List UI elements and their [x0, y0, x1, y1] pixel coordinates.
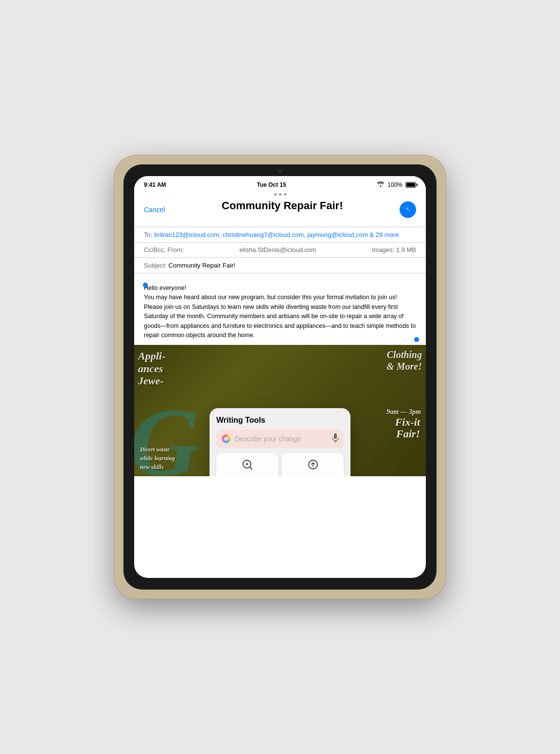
promo-fixit: Fix-itFair!	[395, 416, 420, 440]
rewrite-button[interactable]: Rewrite	[282, 453, 344, 476]
cancel-button[interactable]: Cancel	[144, 206, 165, 214]
images-label: Images: 1.9 MB	[372, 246, 416, 253]
send-arrow-icon: ↑	[403, 205, 412, 214]
rewrite-label: Rewrite	[302, 476, 323, 476]
writing-tools-title: Writing Tools	[216, 416, 344, 425]
battery-icon	[405, 182, 416, 188]
mail-title: Community Repair Fair!	[222, 199, 343, 212]
proofread-icon	[242, 459, 253, 473]
email-body-text: Hello everyone!You may have heard about …	[144, 284, 416, 340]
subject-value: Community Repair Fair!	[169, 262, 235, 269]
proofread-label: Proofread	[233, 476, 261, 476]
ipad-screen-frame: 9:41 AM Tue Oct 15 100%	[123, 164, 437, 590]
describe-change-input[interactable]: Describe your change	[216, 430, 344, 448]
status-date: Tue Oct 15	[257, 181, 286, 188]
subject-label: Subject:	[144, 262, 167, 269]
promo-image: G Appli-ancesJewe- Clothing& More! 9am —…	[134, 345, 426, 476]
main-actions-row: Proofread Rewrite	[216, 453, 344, 476]
to-label: To:	[144, 231, 152, 238]
status-bar: 9:41 AM Tue Oct 15 100%	[134, 176, 426, 191]
send-button[interactable]: ↑	[400, 201, 416, 218]
dots-menu	[134, 191, 426, 199]
camera	[278, 169, 282, 173]
mail-header: Cancel Community Repair Fair! ↑ To: brit…	[134, 199, 426, 279]
writing-tools-panel: Writing Tools Describe your change	[210, 408, 350, 476]
selection-handle-start[interactable]	[143, 283, 148, 287]
mail-subject-row: Subject: Community Repair Fair!	[144, 258, 416, 273]
selection-handle-end[interactable]	[414, 337, 419, 342]
promo-appliances: Appli-ancesJewe-	[138, 350, 165, 387]
mail-cc-row: Cc/Bcc, From: elisha.StDenis@icloud.com …	[144, 242, 416, 257]
promo-divert: Divert wastewhile learningnew skills	[140, 445, 175, 471]
apple-intelligence-icon	[221, 434, 231, 444]
microphone-icon[interactable]	[332, 433, 339, 444]
from-address: elisha.StDenis@icloud.com	[239, 246, 316, 253]
wifi-icon	[377, 181, 385, 188]
status-right: 100%	[377, 181, 416, 188]
svg-rect-0	[334, 433, 337, 439]
rewrite-icon	[307, 459, 319, 473]
promo-clothing: Clothing& More!	[386, 349, 422, 372]
input-placeholder: Describe your change	[235, 435, 328, 443]
screen: 9:41 AM Tue Oct 15 100%	[134, 176, 426, 578]
email-body[interactable]: Hello everyone!You may have heard about …	[134, 279, 426, 345]
cc-label: Cc/Bcc, From:	[144, 246, 184, 253]
ipad-device: 9:41 AM Tue Oct 15 100%	[115, 156, 445, 598]
status-time: 9:41 AM	[144, 181, 166, 188]
mail-to-row: To: britran123@icloud.com, christinehuan…	[144, 227, 416, 242]
proofread-button[interactable]: Proofread	[216, 453, 278, 476]
promo-time: 9am — 3pm	[386, 408, 421, 416]
to-addresses[interactable]: britran123@icloud.com, christinehuang7@i…	[154, 231, 399, 238]
battery-percentage: 100%	[387, 181, 402, 188]
svg-line-4	[250, 467, 252, 469]
